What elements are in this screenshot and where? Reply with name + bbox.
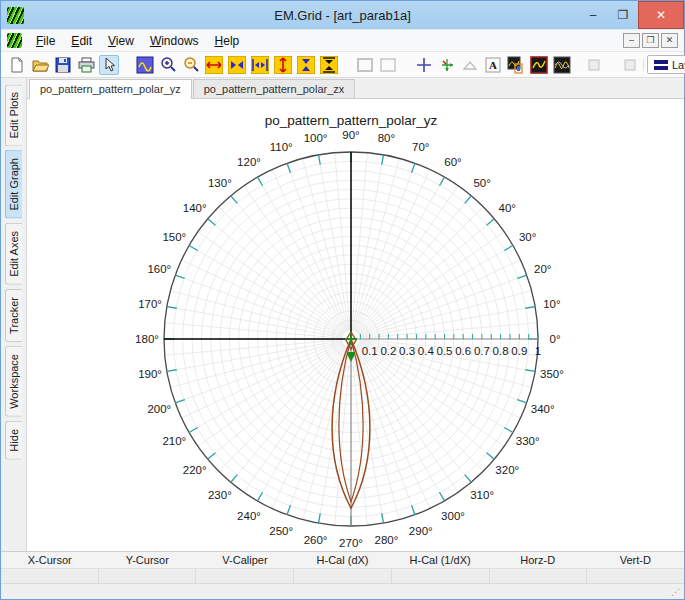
svg-text:240°: 240° <box>237 510 261 522</box>
layout-dropdown[interactable]: Layout ▾ <box>647 55 685 74</box>
window-title: EM.Grid - [art_parab1a] <box>1 8 684 23</box>
svg-text:330°: 330° <box>516 435 540 447</box>
slope-icon[interactable] <box>460 55 480 75</box>
menu-bar: File Edit View Windows Help – ❐ ✕ <box>1 29 684 51</box>
sidebar-item-edit-graph[interactable]: Edit Graph <box>5 150 22 219</box>
svg-text:210°: 210° <box>162 435 186 447</box>
svg-text:0.4: 0.4 <box>418 345 435 357</box>
svg-text:130°: 130° <box>208 177 232 189</box>
sidebar-item-tracker[interactable]: Tracker <box>5 289 22 342</box>
zoom-out-icon[interactable] <box>181 55 201 75</box>
expand-y-icon[interactable] <box>273 55 293 75</box>
app-window: EM.Grid - [art_parab1a] – ❐ ✕ File Edit … <box>0 0 685 600</box>
svg-text:0°: 0° <box>550 333 561 345</box>
text-annotation-icon[interactable]: A <box>483 55 503 75</box>
svg-text:340°: 340° <box>531 403 555 415</box>
pan-y-icon[interactable] <box>296 55 316 75</box>
svg-text:140°: 140° <box>183 202 207 214</box>
plot-area[interactable]: po_pattern_pattern_polar_yz 0.10.20.30.4… <box>27 99 684 551</box>
measure-value-vert-d <box>587 569 684 583</box>
svg-text:0.2: 0.2 <box>380 345 396 357</box>
measure-label-x-cursor: X-Cursor <box>1 552 99 568</box>
zoom-in-icon[interactable] <box>158 55 178 75</box>
mdi-minimize-button[interactable]: – <box>623 33 640 48</box>
menu-file[interactable]: File <box>28 32 63 50</box>
document-logo-icon <box>7 33 22 48</box>
menu-windows[interactable]: Windows <box>142 32 207 50</box>
fit-y-icon[interactable] <box>319 55 339 75</box>
tab-polar-yz[interactable]: po_pattern_pattern_polar_yz <box>29 79 192 99</box>
svg-text:0.9: 0.9 <box>511 345 527 357</box>
sidebar-item-hide[interactable]: Hide <box>5 421 22 460</box>
svg-text:1: 1 <box>535 345 541 357</box>
svg-text:0.7: 0.7 <box>474 345 490 357</box>
svg-text:70°: 70° <box>412 141 429 153</box>
measure-value-v-caliper <box>196 569 294 583</box>
svg-text:280°: 280° <box>375 534 399 546</box>
h-align-group-icon <box>624 55 644 75</box>
layout-label: Layout <box>672 59 685 71</box>
svg-text:250°: 250° <box>269 525 293 537</box>
pan-x-icon[interactable] <box>227 55 247 75</box>
expand-x-icon[interactable] <box>204 55 224 75</box>
resize-grip[interactable]: ⋰ <box>671 587 681 597</box>
colormap-icon[interactable] <box>506 55 526 75</box>
axes-icon[interactable] <box>437 55 457 75</box>
svg-text:200°: 200° <box>147 403 171 415</box>
mdi-restore-button[interactable]: ❐ <box>642 33 659 48</box>
svg-text:0.1: 0.1 <box>362 345 378 357</box>
svg-text:A: A <box>489 59 497 71</box>
svg-text:150°: 150° <box>162 231 186 243</box>
svg-text:100°: 100° <box>304 132 328 144</box>
svg-text:350°: 350° <box>540 368 564 380</box>
chart-title: po_pattern_pattern_polar_yz <box>265 113 438 128</box>
menu-edit[interactable]: Edit <box>63 32 100 50</box>
svg-text:310°: 310° <box>470 489 494 501</box>
title-bar: EM.Grid - [art_parab1a] – ❐ ✕ <box>1 1 684 29</box>
select-cursor-icon[interactable] <box>99 55 119 75</box>
svg-text:270°: 270° <box>339 537 363 549</box>
menu-help[interactable]: Help <box>207 32 248 50</box>
measurement-bar: X-Cursor Y-Cursor V-Caliper H-Cal (dX) H… <box>1 551 684 583</box>
polar-chart: po_pattern_pattern_polar_yz 0.10.20.30.4… <box>27 99 675 551</box>
autoscale-icon[interactable] <box>135 55 155 75</box>
sidebar-item-workspace[interactable]: Workspace <box>5 346 22 417</box>
svg-text:110°: 110° <box>270 141 293 153</box>
svg-text:10°: 10° <box>543 298 560 310</box>
print-icon[interactable] <box>76 55 96 75</box>
sidebar-item-edit-plots[interactable]: Edit Plots <box>5 84 22 146</box>
svg-text:90°: 90° <box>342 129 359 141</box>
svg-text:260°: 260° <box>304 534 328 546</box>
dark-plot-icon[interactable] <box>529 55 549 75</box>
new-icon[interactable] <box>7 55 27 75</box>
open-icon[interactable] <box>30 55 50 75</box>
frame2-icon[interactable] <box>378 55 398 75</box>
svg-text:160°: 160° <box>147 263 171 275</box>
crosshair-icon[interactable] <box>414 55 434 75</box>
sidebar-item-edit-axes[interactable]: Edit Axes <box>5 223 22 285</box>
menu-view[interactable]: View <box>100 32 142 50</box>
svg-text:170°: 170° <box>138 298 162 310</box>
tab-polar-zx[interactable]: po_pattern_pattern_polar_zx <box>193 79 356 98</box>
mdi-close-button[interactable]: ✕ <box>661 33 678 48</box>
measure-label-horz-d: Horz-D <box>489 552 587 568</box>
measure-label-v-caliper: V-Caliper <box>196 552 294 568</box>
svg-text:0.3: 0.3 <box>399 345 415 357</box>
toolbar: A Layout ▾ <box>1 51 684 78</box>
measure-label-h-cal-dx: H-Cal (dX) <box>294 552 392 568</box>
save-icon[interactable] <box>53 55 73 75</box>
svg-text:50°: 50° <box>473 177 490 189</box>
svg-text:190°: 190° <box>138 368 162 380</box>
svg-text:60°: 60° <box>444 156 461 168</box>
svg-text:0.6: 0.6 <box>455 345 471 357</box>
layout-icon <box>654 60 668 70</box>
svg-text:320°: 320° <box>495 464 519 476</box>
svg-text:120°: 120° <box>237 156 261 168</box>
svg-text:0.8: 0.8 <box>493 345 509 357</box>
dark-waves-icon[interactable] <box>552 55 572 75</box>
frame-icon[interactable] <box>355 55 375 75</box>
fit-x-icon[interactable] <box>250 55 270 75</box>
svg-text:230°: 230° <box>208 489 232 501</box>
document-tab-bar: po_pattern_pattern_polar_yz po_pattern_p… <box>27 78 684 99</box>
measure-label-y-cursor: Y-Cursor <box>99 552 197 568</box>
